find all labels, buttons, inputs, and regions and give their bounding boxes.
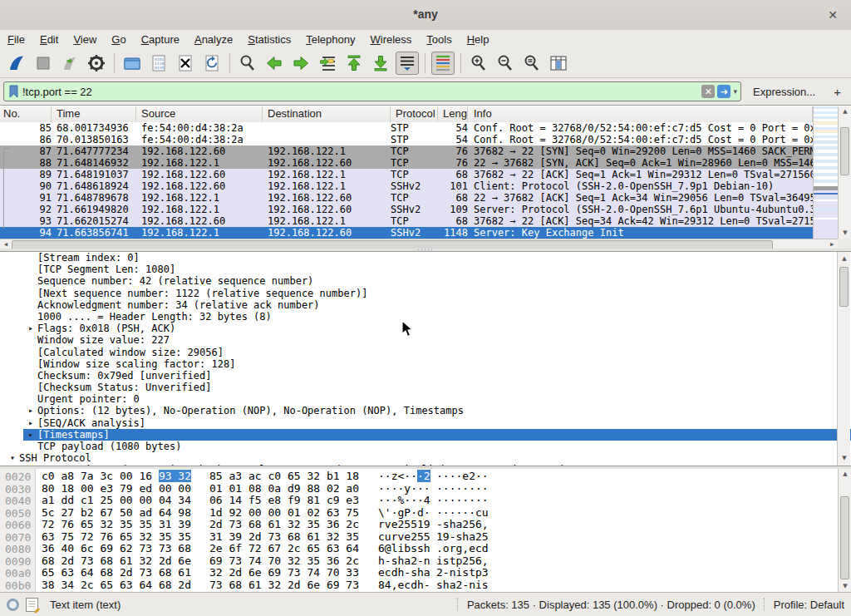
detail-row[interactable]: [Window size scaling factor: 128] — [0, 358, 851, 370]
menu-capture[interactable]: Capture — [134, 32, 187, 47]
expand-arrow-icon[interactable]: ▸ — [24, 323, 37, 334]
scroll-down-icon[interactable]: ▼ — [839, 228, 851, 239]
packet-row-94[interactable]: 9471.663856741192.168.122.1192.168.122.6… — [0, 227, 813, 239]
column-header-length[interactable]: Length — [438, 106, 468, 122]
go-last-icon[interactable] — [369, 52, 392, 75]
go-back-icon[interactable] — [263, 52, 286, 75]
packet-row-91[interactable]: 9171.648789678192.168.122.1192.168.122.6… — [0, 192, 813, 204]
apply-filter-icon[interactable]: ➜ — [717, 85, 730, 98]
menu-help[interactable]: Help — [460, 32, 497, 47]
column-header-protocol[interactable]: Protocol — [391, 106, 438, 122]
detail-row[interactable]: ▸Flags: 0x018 (PSH, ACK) — [0, 323, 851, 334]
bytes-scrollbar[interactable]: ▲ ▼ — [838, 469, 851, 592]
menu-go[interactable]: Go — [104, 32, 133, 47]
scroll-up-icon[interactable]: ▲ — [839, 469, 851, 480]
colorize-icon[interactable] — [431, 52, 455, 75]
column-header-no[interactable]: No. — [0, 106, 52, 122]
menu-view[interactable]: View — [66, 32, 104, 47]
expand-arrow-icon[interactable]: ▾ — [6, 452, 19, 464]
scroll-up-icon[interactable]: ▲ — [838, 254, 851, 264]
hex-row[interactable]: 38 34 2c 65 63 64 68 2d73 68 61 32 2d 6e… — [0, 579, 834, 592]
detail-row[interactable]: Checksum: 0x79ed [unverified] — [0, 370, 851, 382]
detail-row[interactable]: ▸[Timestamps] — [0, 429, 851, 441]
packet-row-87[interactable]: 8771.647777234192.168.122.60192.168.122.… — [0, 145, 813, 157]
go-to-packet-icon[interactable] — [316, 52, 339, 75]
zoom-in-icon[interactable] — [467, 52, 490, 75]
packet-list-scrollbar[interactable]: ▲ ▼ — [838, 106, 851, 239]
scrollbar-thumb[interactable] — [839, 267, 849, 307]
hex-row[interactable]: 72 76 65 32 35 35 31 392d 73 68 61 32 35… — [0, 519, 834, 531]
zoom-out-icon[interactable] — [494, 52, 517, 75]
detail-row[interactable]: [Stream index: 0] — [0, 252, 851, 264]
detail-row[interactable]: TCP payload (1080 bytes) — [0, 441, 851, 452]
packet-row-88[interactable]: 8871.648146932192.168.122.1192.168.122.6… — [0, 157, 813, 169]
scrollbar-thumb[interactable] — [840, 496, 849, 579]
zoom-normal-icon[interactable] — [520, 52, 544, 75]
capture-options-icon[interactable] — [85, 52, 108, 75]
find-packet-icon[interactable] — [236, 52, 259, 75]
scroll-up-icon[interactable]: ▲ — [839, 106, 851, 117]
reload-file-icon[interactable] — [200, 52, 224, 75]
hex-row[interactable]: 36 40 6c 69 62 73 73 682e 6f 72 67 2c 65… — [0, 543, 834, 555]
packet-row-85[interactable]: 8568.001734936fe:54:00:d4:38:2aSTP54Conf… — [0, 122, 813, 134]
menu-file[interactable]: File — [0, 32, 32, 47]
bookmark-icon[interactable] — [8, 85, 19, 98]
hex-row[interactable]: a1 dd c1 25 00 00 04 3406 14 f5 e8 f9 81… — [0, 495, 834, 507]
detail-row[interactable]: ▸Options: (12 bytes), No-Operation (NOP)… — [0, 405, 851, 416]
detail-row[interactable]: Acknowledgment number: 34 (relative ack … — [0, 299, 851, 311]
scroll-down-icon[interactable]: ▼ — [839, 581, 851, 592]
hex-row[interactable]: 80 18 00 e3 79 ed 00 0001 01 08 0a d9 88… — [0, 483, 834, 495]
status-profile[interactable]: Profile: Default — [774, 599, 844, 611]
hex-row[interactable]: 65 63 64 68 2d 73 68 6132 2d 6e 69 73 74… — [0, 567, 834, 579]
detail-row[interactable]: 1000 .... = Header Length: 32 bytes (8) — [0, 311, 851, 323]
hex-row[interactable]: c0 a8 7a 3c 00 16 93 3285 a3 ac c0 65 32… — [0, 471, 834, 483]
detail-row[interactable]: [Calculated window size: 29056] — [0, 347, 851, 358]
go-first-icon[interactable] — [342, 52, 366, 75]
stop-capture-icon[interactable] — [32, 52, 55, 75]
title-bar[interactable]: *any ✕ — [0, 0, 851, 31]
scrollbar-thumb[interactable] — [840, 127, 849, 175]
close-file-icon[interactable] — [174, 52, 197, 75]
add-filter-button[interactable]: + — [834, 85, 841, 99]
column-header-time[interactable]: Time — [52, 106, 136, 122]
column-header-source[interactable]: Source — [136, 106, 263, 122]
auto-scroll-icon[interactable] — [396, 52, 419, 75]
detail-row[interactable]: Window size value: 227 — [0, 334, 851, 346]
expand-arrow-icon[interactable]: ▸ — [24, 405, 37, 416]
menu-edit[interactable]: Edit — [32, 32, 66, 47]
start-capture-icon[interactable] — [5, 52, 28, 75]
save-file-icon[interactable]: 010111100110 — [147, 52, 170, 75]
column-header-info[interactable]: Info — [468, 106, 813, 122]
packet-row-89[interactable]: 8971.648191037192.168.122.60192.168.122.… — [0, 169, 813, 180]
hex-row[interactable]: 68 2d 73 68 61 32 2d 6e69 73 74 70 32 35… — [0, 555, 834, 568]
expert-info-icon[interactable] — [7, 599, 19, 611]
menu-analyze[interactable]: Analyze — [187, 32, 240, 47]
detail-row[interactable]: Urgent pointer: 0 — [0, 393, 851, 405]
resize-columns-icon[interactable] — [547, 52, 570, 75]
packet-row-93[interactable]: 9371.662015274192.168.122.60192.168.122.… — [0, 215, 813, 227]
capture-comment-icon[interactable] — [26, 598, 38, 612]
details-scrollbar[interactable]: ▲ ▼ — [837, 252, 850, 466]
packet-row-86[interactable]: 8670.013850163fe:54:00:d4:38:2aSTP54Conf… — [0, 134, 813, 145]
detail-row[interactable]: [Next sequence number: 1122 (relative se… — [0, 288, 851, 299]
display-filter-input[interactable] — [19, 86, 701, 98]
expand-arrow-icon[interactable]: ▸ — [24, 429, 37, 441]
packet-list-header[interactable]: No.TimeSourceDestinationProtocolLengthIn… — [0, 106, 813, 123]
scroll-down-icon[interactable]: ▼ — [838, 453, 851, 464]
display-filter-box[interactable]: ✕ ➜ ▾ — [3, 81, 741, 101]
expand-arrow-icon[interactable]: ▸ — [24, 417, 37, 429]
go-forward-icon[interactable] — [289, 52, 312, 75]
menu-tools[interactable]: Tools — [419, 32, 459, 47]
clear-filter-icon[interactable]: ✕ — [701, 85, 715, 98]
packet-row-90[interactable]: 9071.648618924192.168.122.60192.168.122.… — [0, 180, 813, 192]
hex-row[interactable]: 5c 27 b2 67 50 ad 64 981d 92 00 00 01 02… — [0, 507, 834, 520]
column-header-destination[interactable]: Destination — [263, 106, 391, 122]
menu-statistics[interactable]: Statistics — [240, 32, 298, 47]
restart-capture-icon[interactable] — [58, 52, 81, 75]
detail-row[interactable]: [TCP Segment Len: 1080] — [0, 264, 851, 275]
detail-row[interactable]: Sequence number: 42 (relative sequence n… — [0, 275, 851, 287]
intelligent-scrollbar-minimap[interactable] — [813, 106, 839, 239]
detail-row[interactable]: ▸[SEQ/ACK analysis] — [0, 417, 851, 429]
menu-wireless[interactable]: Wireless — [363, 32, 420, 47]
hex-row[interactable]: 63 75 72 76 65 32 35 3531 39 2d 73 68 61… — [0, 531, 834, 544]
